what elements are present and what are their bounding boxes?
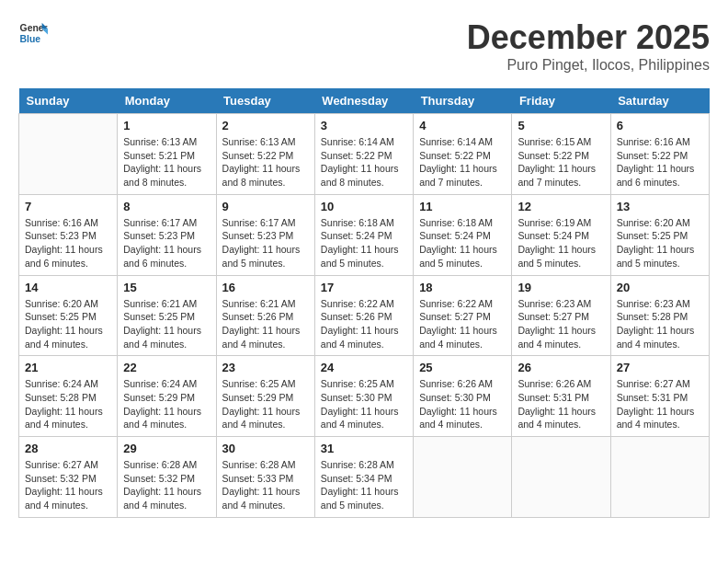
calendar-cell: 14Sunrise: 6:20 AM Sunset: 5:25 PM Dayli… [19, 275, 118, 356]
week-row-3: 14Sunrise: 6:20 AM Sunset: 5:25 PM Dayli… [19, 275, 710, 356]
day-number: 4 [419, 119, 506, 132]
cell-info: Sunrise: 6:21 AM Sunset: 5:25 PM Dayligh… [123, 297, 210, 351]
day-header-wednesday: Wednesday [314, 88, 413, 114]
day-number: 13 [617, 200, 703, 213]
cell-info: Sunrise: 6:23 AM Sunset: 5:27 PM Dayligh… [518, 297, 604, 351]
calendar-cell: 21Sunrise: 6:24 AM Sunset: 5:28 PM Dayli… [19, 356, 118, 437]
logo: General Blue [18, 18, 48, 48]
cell-info: Sunrise: 6:28 AM Sunset: 5:32 PM Dayligh… [123, 458, 210, 512]
day-number: 1 [123, 119, 210, 132]
day-header-thursday: Thursday [414, 88, 512, 114]
cell-info: Sunrise: 6:13 AM Sunset: 5:22 PM Dayligh… [222, 135, 309, 190]
cell-info: Sunrise: 6:22 AM Sunset: 5:27 PM Dayligh… [419, 297, 506, 351]
day-number: 20 [617, 281, 703, 294]
cell-info: Sunrise: 6:25 AM Sunset: 5:30 PM Dayligh… [321, 377, 407, 431]
day-number: 31 [321, 442, 407, 455]
day-number: 16 [222, 281, 309, 294]
day-number: 28 [25, 442, 111, 455]
cell-info: Sunrise: 6:21 AM Sunset: 5:26 PM Dayligh… [222, 297, 309, 351]
calendar-header: SundayMondayTuesdayWednesdayThursdayFrid… [19, 88, 710, 114]
calendar-cell: 2Sunrise: 6:13 AM Sunset: 5:22 PM Daylig… [216, 114, 314, 195]
cell-info: Sunrise: 6:26 AM Sunset: 5:31 PM Dayligh… [518, 377, 604, 431]
day-header-saturday: Saturday [610, 88, 709, 114]
cell-info: Sunrise: 6:15 AM Sunset: 5:22 PM Dayligh… [518, 135, 604, 190]
day-number: 25 [419, 361, 506, 374]
calendar-cell: 13Sunrise: 6:20 AM Sunset: 5:25 PM Dayli… [610, 194, 709, 275]
calendar-cell: 30Sunrise: 6:28 AM Sunset: 5:33 PM Dayli… [216, 437, 314, 518]
header: General Blue December 2025 Puro Pinget, … [18, 18, 710, 74]
day-number: 22 [123, 361, 210, 374]
day-number: 2 [222, 119, 309, 132]
cell-info: Sunrise: 6:22 AM Sunset: 5:26 PM Dayligh… [321, 297, 407, 351]
calendar-cell: 17Sunrise: 6:22 AM Sunset: 5:26 PM Dayli… [314, 275, 413, 356]
calendar-cell: 12Sunrise: 6:19 AM Sunset: 5:24 PM Dayli… [512, 194, 610, 275]
day-header-tuesday: Tuesday [216, 88, 314, 114]
week-row-5: 28Sunrise: 6:27 AM Sunset: 5:32 PM Dayli… [19, 437, 710, 518]
calendar-cell: 27Sunrise: 6:27 AM Sunset: 5:31 PM Dayli… [610, 356, 709, 437]
calendar-cell: 26Sunrise: 6:26 AM Sunset: 5:31 PM Dayli… [512, 356, 610, 437]
cell-info: Sunrise: 6:14 AM Sunset: 5:22 PM Dayligh… [321, 135, 407, 190]
calendar-cell: 25Sunrise: 6:26 AM Sunset: 5:30 PM Dayli… [414, 356, 512, 437]
cell-info: Sunrise: 6:23 AM Sunset: 5:28 PM Dayligh… [617, 297, 703, 351]
cell-info: Sunrise: 6:26 AM Sunset: 5:30 PM Dayligh… [419, 377, 506, 431]
cell-info: Sunrise: 6:19 AM Sunset: 5:24 PM Dayligh… [518, 216, 604, 270]
day-number: 27 [617, 361, 703, 374]
calendar-cell [414, 437, 512, 518]
cell-info: Sunrise: 6:24 AM Sunset: 5:28 PM Dayligh… [25, 377, 111, 431]
day-header-sunday: Sunday [19, 88, 118, 114]
month-title: December 2025 [467, 18, 710, 57]
cell-info: Sunrise: 6:18 AM Sunset: 5:24 PM Dayligh… [321, 216, 407, 270]
day-number: 6 [617, 119, 703, 132]
calendar-cell: 28Sunrise: 6:27 AM Sunset: 5:32 PM Dayli… [19, 437, 118, 518]
svg-text:Blue: Blue [20, 34, 41, 44]
cell-info: Sunrise: 6:27 AM Sunset: 5:32 PM Dayligh… [25, 458, 111, 512]
calendar-cell: 7Sunrise: 6:16 AM Sunset: 5:23 PM Daylig… [19, 194, 118, 275]
cell-info: Sunrise: 6:27 AM Sunset: 5:31 PM Dayligh… [617, 377, 703, 431]
day-number: 29 [123, 442, 210, 455]
calendar-cell: 1Sunrise: 6:13 AM Sunset: 5:21 PM Daylig… [118, 114, 216, 195]
calendar-cell: 6Sunrise: 6:16 AM Sunset: 5:22 PM Daylig… [610, 114, 709, 195]
day-number: 23 [222, 361, 309, 374]
calendar-table: SundayMondayTuesdayWednesdayThursdayFrid… [18, 88, 710, 518]
cell-info: Sunrise: 6:20 AM Sunset: 5:25 PM Dayligh… [617, 216, 703, 270]
day-number: 18 [419, 281, 506, 294]
calendar-cell: 31Sunrise: 6:28 AM Sunset: 5:34 PM Dayli… [314, 437, 413, 518]
day-number: 3 [321, 119, 407, 132]
calendar-cell: 24Sunrise: 6:25 AM Sunset: 5:30 PM Dayli… [314, 356, 413, 437]
location-subtitle: Puro Pinget, Ilocos, Philippines [467, 57, 710, 74]
week-row-2: 7Sunrise: 6:16 AM Sunset: 5:23 PM Daylig… [19, 194, 710, 275]
calendar-cell [19, 114, 118, 195]
cell-info: Sunrise: 6:13 AM Sunset: 5:21 PM Dayligh… [123, 135, 210, 190]
calendar-cell: 15Sunrise: 6:21 AM Sunset: 5:25 PM Dayli… [118, 275, 216, 356]
day-header-friday: Friday [512, 88, 610, 114]
day-number: 30 [222, 442, 309, 455]
cell-info: Sunrise: 6:25 AM Sunset: 5:29 PM Dayligh… [222, 377, 309, 431]
calendar-cell: 11Sunrise: 6:18 AM Sunset: 5:24 PM Dayli… [414, 194, 512, 275]
cell-info: Sunrise: 6:24 AM Sunset: 5:29 PM Dayligh… [123, 377, 210, 431]
day-number: 5 [518, 119, 604, 132]
calendar-cell: 3Sunrise: 6:14 AM Sunset: 5:22 PM Daylig… [314, 114, 413, 195]
calendar-cell: 29Sunrise: 6:28 AM Sunset: 5:32 PM Dayli… [118, 437, 216, 518]
day-number: 8 [123, 200, 210, 213]
cell-info: Sunrise: 6:28 AM Sunset: 5:34 PM Dayligh… [321, 458, 407, 512]
day-number: 24 [321, 361, 407, 374]
day-number: 7 [25, 200, 111, 213]
day-number: 19 [518, 281, 604, 294]
calendar-cell: 5Sunrise: 6:15 AM Sunset: 5:22 PM Daylig… [512, 114, 610, 195]
calendar-cell: 16Sunrise: 6:21 AM Sunset: 5:26 PM Dayli… [216, 275, 314, 356]
cell-info: Sunrise: 6:16 AM Sunset: 5:22 PM Dayligh… [617, 135, 703, 190]
calendar-cell: 22Sunrise: 6:24 AM Sunset: 5:29 PM Dayli… [118, 356, 216, 437]
calendar-cell: 19Sunrise: 6:23 AM Sunset: 5:27 PM Dayli… [512, 275, 610, 356]
day-number: 26 [518, 361, 604, 374]
day-number: 21 [25, 361, 111, 374]
calendar-cell [512, 437, 610, 518]
calendar-cell: 23Sunrise: 6:25 AM Sunset: 5:29 PM Dayli… [216, 356, 314, 437]
calendar-cell: 20Sunrise: 6:23 AM Sunset: 5:28 PM Dayli… [610, 275, 709, 356]
day-number: 11 [419, 200, 506, 213]
cell-info: Sunrise: 6:18 AM Sunset: 5:24 PM Dayligh… [419, 216, 506, 270]
calendar-cell: 10Sunrise: 6:18 AM Sunset: 5:24 PM Dayli… [314, 194, 413, 275]
day-number: 9 [222, 200, 309, 213]
cell-info: Sunrise: 6:14 AM Sunset: 5:22 PM Dayligh… [419, 135, 506, 190]
calendar-cell: 4Sunrise: 6:14 AM Sunset: 5:22 PM Daylig… [414, 114, 512, 195]
cell-info: Sunrise: 6:17 AM Sunset: 5:23 PM Dayligh… [222, 216, 309, 270]
